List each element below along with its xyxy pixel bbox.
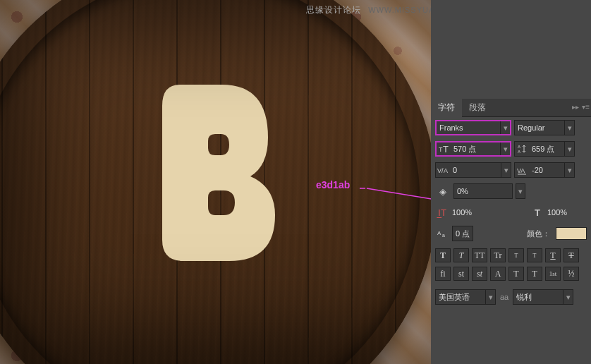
baseline-field[interactable]: 0 点 [452, 226, 473, 241]
hscale-icon: T [530, 207, 544, 218]
language-field[interactable]: 美国英语 ▾ [435, 289, 496, 305]
kerning-icon: V/A [436, 164, 450, 176]
chevron-down-icon[interactable]: ▾ [485, 290, 495, 304]
leading-field[interactable]: AA 659 点 ▾ [514, 141, 575, 157]
svg-text:A: A [437, 230, 441, 236]
anti-alias-field[interactable]: 锐利 ▾ [513, 289, 573, 305]
anti-alias-value[interactable]: 锐利 [513, 292, 563, 303]
superscript-button[interactable]: T [508, 248, 524, 262]
vscale-field[interactable]: 100% [449, 205, 492, 220]
anti-alias-icon: aa [500, 293, 508, 301]
canvas-area[interactable] [0, 0, 463, 364]
panel-tabs: 字符 段落 ▸▸ ▾≡ [431, 99, 591, 117]
tracking-field[interactable]: VA -20 ▾ [514, 162, 575, 178]
leading-icon: AA [515, 143, 529, 154]
hscale-value[interactable]: 100% [544, 208, 587, 217]
font-size-value[interactable]: 570 点 [451, 144, 500, 154]
svg-text:VA: VA [517, 167, 525, 174]
panel-collapse-icon[interactable]: ▸▸ [572, 103, 579, 111]
vscale-value[interactable]: 100% [449, 208, 492, 217]
language-value[interactable]: 美国英语 [436, 292, 485, 303]
tsume-icon: ◈ [435, 186, 451, 197]
italic-button[interactable]: T [453, 248, 469, 262]
tsume-value[interactable]: 0% [454, 187, 512, 195]
font-size-field[interactable]: TT 570 点 ▾ [435, 141, 511, 157]
tracking-value[interactable]: -20 [529, 166, 564, 174]
font-style-value[interactable]: Regular [515, 123, 564, 132]
chevron-down-icon[interactable]: ▾ [564, 163, 574, 177]
character-panel: 字符 段落 ▸▸ ▾≡ Franks ▾ Regular ▾ TT 570 点 … [431, 0, 591, 364]
chevron-down-icon[interactable]: ▾ [501, 163, 511, 177]
font-style-field[interactable]: Regular ▾ [514, 120, 575, 135]
stylistic-alt-button[interactable]: A [490, 267, 506, 281]
font-size-icon: TT [437, 143, 451, 154]
text-layer-b[interactable] [155, 85, 282, 261]
ordinal-button[interactable]: T [527, 267, 542, 281]
tsume-field[interactable]: 0% [453, 183, 513, 199]
color-swatch[interactable] [556, 227, 587, 240]
type-style-buttons: T T TT Tr T T T T [431, 244, 591, 267]
baseline-icon: Aa [435, 228, 449, 239]
chevron-down-icon[interactable]: ▾ [563, 290, 573, 304]
tab-character[interactable]: 字符 [431, 98, 462, 117]
fraction-1st-button[interactable]: 1st [545, 267, 561, 281]
chevron-down-icon[interactable]: ▾ [516, 183, 525, 199]
bold-button[interactable]: T [435, 248, 451, 262]
svg-text:A: A [518, 150, 520, 154]
svg-text:A: A [518, 145, 520, 149]
kerning-field[interactable]: V/A 0 ▾ [435, 162, 511, 178]
watermark-text: 思缘设计论坛 [306, 5, 361, 15]
titling-button[interactable]: T [508, 267, 524, 281]
hscale-field[interactable]: 100% [544, 205, 587, 220]
subscript-button[interactable]: T [527, 248, 542, 262]
color-label: 颜色： [527, 229, 550, 239]
ligature-st-button[interactable]: st [453, 267, 469, 281]
svg-text:A: A [444, 167, 448, 174]
allcaps-button[interactable]: TT [472, 248, 487, 262]
opentype-buttons: fi st st A T T 1st ½ [431, 267, 591, 285]
svg-text:T: T [443, 144, 449, 154]
chevron-down-icon[interactable]: ▾ [564, 121, 574, 135]
smallcaps-button[interactable]: Tr [490, 248, 506, 262]
chevron-down-icon[interactable]: ▾ [500, 142, 510, 155]
swash-button[interactable]: st [472, 267, 487, 281]
kerning-value[interactable]: 0 [450, 166, 501, 174]
chevron-down-icon[interactable]: ▾ [564, 142, 574, 156]
ligature-fi-button[interactable]: fi [435, 267, 451, 281]
baseline-value[interactable]: 0 点 [453, 229, 473, 239]
tracking-icon: VA [515, 164, 529, 176]
annotation-color-hex: e3d1ab [316, 179, 350, 190]
font-family-field[interactable]: Franks ▾ [435, 120, 511, 135]
leading-value[interactable]: 659 点 [529, 144, 564, 154]
chevron-down-icon[interactable]: ▾ [500, 121, 510, 134]
svg-text:a: a [442, 233, 445, 238]
underline-button[interactable]: T [545, 248, 561, 262]
fraction-half-button[interactable]: ½ [563, 267, 579, 281]
vscale-icon: I̲T [435, 207, 449, 218]
tab-paragraph[interactable]: 段落 [462, 98, 493, 117]
panel-menu-icon[interactable]: ▾≡ [582, 103, 590, 111]
strikethrough-button[interactable]: T [563, 248, 579, 262]
font-family-value[interactable]: Franks [437, 123, 500, 132]
